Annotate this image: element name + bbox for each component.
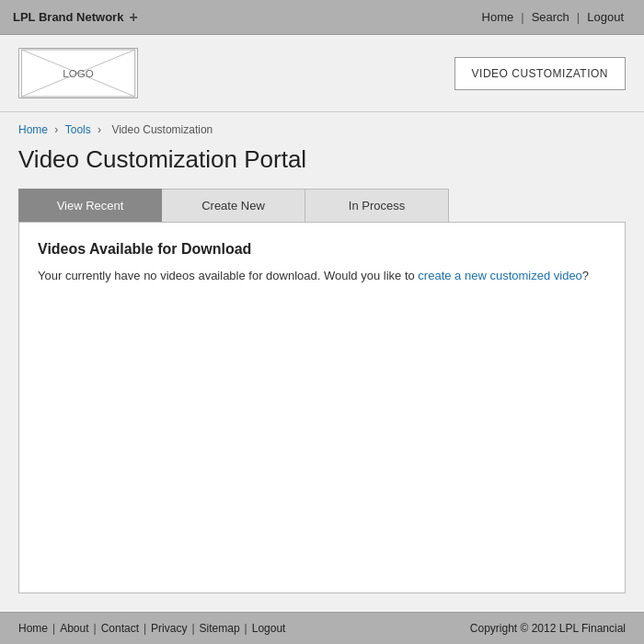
tabs-container: View Recent Create New In Process	[18, 189, 626, 222]
home-nav-link[interactable]: Home	[475, 10, 522, 24]
top-navigation: LPL Brand Network + Home | Search | Logo…	[0, 0, 644, 35]
page-title: Video Customization Portal	[18, 145, 626, 174]
content-area: Home › Tools › Video Customization Video…	[0, 112, 644, 612]
tab-view-recent[interactable]: View Recent	[18, 189, 162, 222]
svg-line-2	[21, 50, 134, 97]
nav-links: Home | Search | Logout	[475, 10, 631, 24]
footer-home-link[interactable]: Home	[18, 622, 48, 635]
footer-contact-link[interactable]: Contact	[101, 622, 139, 635]
logo-placeholder-svg: LOGO	[19, 49, 137, 98]
tab-content-panel: Videos Available for Download Your curre…	[18, 222, 626, 593]
breadcrumb: Home › Tools › Video Customization	[18, 123, 626, 136]
video-customization-button[interactable]: VIDEO CUSTOMIZATION	[454, 57, 626, 90]
tab-create-new[interactable]: Create New	[162, 189, 305, 222]
tab-content-body: Your currently have no videos available …	[38, 267, 606, 286]
body-text-before-link: Your currently have no videos available …	[38, 269, 418, 282]
brand-area: LPL Brand Network +	[13, 9, 138, 26]
brand-name: LPL Brand Network	[13, 10, 123, 24]
footer-copyright: Copyright © 2012 LPL Financial	[470, 622, 626, 635]
footer-logout-link[interactable]: Logout	[252, 622, 286, 635]
search-nav-link[interactable]: Search	[524, 10, 577, 24]
svg-line-1	[21, 50, 134, 97]
body-text-after-link: ?	[582, 269, 589, 282]
breadcrumb-current: Video Customization	[111, 123, 213, 136]
create-new-video-link[interactable]: create a new customized video	[418, 269, 581, 282]
logout-nav-link[interactable]: Logout	[580, 10, 631, 24]
tab-content-heading: Videos Available for Download	[38, 241, 606, 258]
footer-sitemap-link[interactable]: Sitemap	[200, 622, 240, 635]
footer-about-link[interactable]: About	[60, 622, 88, 635]
footer: Home | About | Contact | Privacy | Sitem…	[0, 612, 644, 644]
main-wrapper: LOGO VIDEO CUSTOMIZATION Home › Tools › …	[0, 35, 644, 612]
tab-in-process[interactable]: In Process	[305, 189, 449, 222]
svg-text:LOGO: LOGO	[63, 68, 93, 79]
svg-rect-0	[21, 50, 134, 97]
breadcrumb-home-link[interactable]: Home	[18, 123, 48, 136]
footer-privacy-link[interactable]: Privacy	[151, 622, 187, 635]
footer-links: Home | About | Contact | Privacy | Sitem…	[18, 622, 285, 635]
breadcrumb-tools-link[interactable]: Tools	[65, 123, 91, 136]
header-bar: LOGO VIDEO CUSTOMIZATION	[0, 35, 644, 112]
logo-box: LOGO	[18, 48, 138, 98]
add-icon[interactable]: +	[129, 9, 137, 26]
